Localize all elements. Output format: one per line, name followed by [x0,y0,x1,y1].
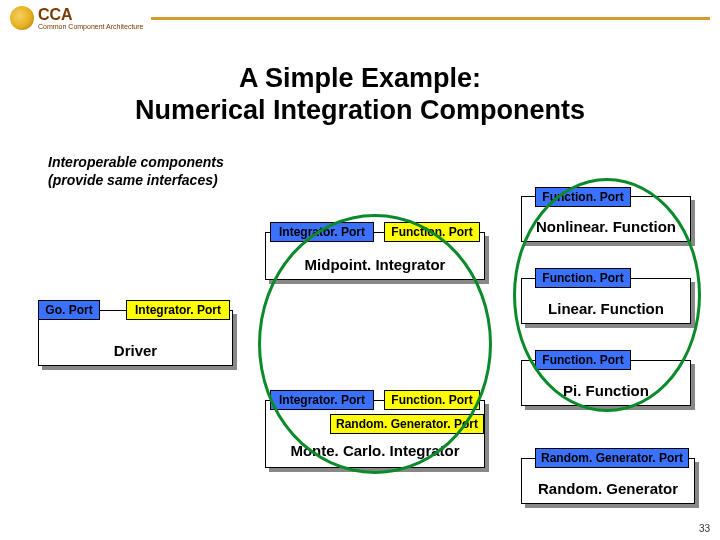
title-line-1: A Simple Example: [0,62,720,94]
port-function-midpoint: Function. Port [384,222,480,242]
component-linear-label: Linear. Function [548,300,664,317]
port-function-pi: Function. Port [535,350,631,370]
component-midpoint-label: Midpoint. Integrator [305,256,446,273]
port-function-montecarlo: Function. Port [384,390,480,410]
component-driver-label: Driver [114,342,157,359]
component-randomgen-label: Random. Generator [538,480,678,497]
port-integrator-driver: Integrator. Port [126,300,230,320]
component-pi-label: Pi. Function [563,382,649,399]
port-function-linear: Function. Port [535,268,631,288]
page-number: 33 [699,523,710,534]
port-integrator-montecarlo: Integrator. Port [270,390,374,410]
component-montecarlo: Monte. Carlo. Integrator [265,400,485,468]
port-randomgen-montecarlo: Random. Generator. Port [330,414,484,434]
port-randomgen-provide: Random. Generator. Port [535,448,689,468]
brand-subtitle: Common Component Architecture [38,23,143,30]
intro-line-2: (provide same interfaces) [48,171,224,189]
port-function-nonlinear: Function. Port [535,187,631,207]
cca-logo-icon [10,6,34,30]
title-line-2: Numerical Integration Components [0,94,720,126]
intro-text: Interoperable components (provide same i… [48,153,224,189]
component-nonlinear-label: Nonlinear. Function [536,218,676,235]
header-bar: CCA Common Component Architecture [0,0,720,32]
brand-acronym: CCA [38,7,143,23]
page-title: A Simple Example: Numerical Integration … [0,62,720,127]
intro-line-1: Interoperable components [48,153,224,171]
component-montecarlo-label: Monte. Carlo. Integrator [290,442,459,459]
port-integrator-midpoint: Integrator. Port [270,222,374,242]
port-go: Go. Port [38,300,100,320]
brand-text: CCA Common Component Architecture [38,7,143,30]
header-rule [151,17,710,20]
